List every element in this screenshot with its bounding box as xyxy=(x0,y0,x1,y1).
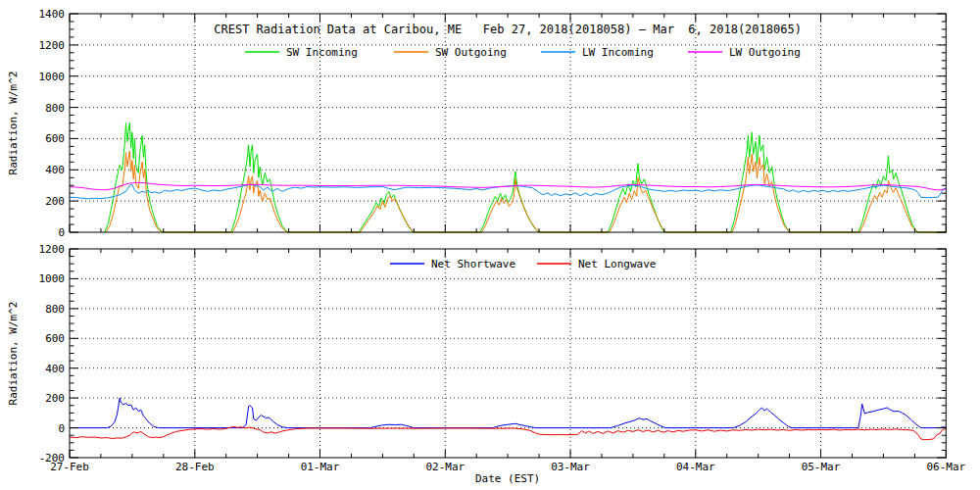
y-tick-label: 600 xyxy=(45,132,65,145)
y-tick-label: 400 xyxy=(45,363,65,375)
legend-label-lw-outgoing: LW Outgoing xyxy=(729,46,801,59)
y-tick-label: 600 xyxy=(45,332,65,345)
x-tick-label: 01-Mar xyxy=(301,461,340,473)
y-tick-label: 1000 xyxy=(39,71,66,83)
legend-label-lw-incoming: LW Incoming xyxy=(582,46,654,59)
panel-border xyxy=(70,249,946,458)
y-tick-label: 1000 xyxy=(39,272,66,285)
legend-label-sw-outgoing: SW Outgoing xyxy=(435,46,507,59)
chart-svg: 0200400600800100012001400Radiation, W/m^… xyxy=(0,0,980,490)
y-tick-label: 200 xyxy=(45,392,65,405)
y-tick-label: 0 xyxy=(58,422,65,435)
radiation-figure: 0200400600800100012001400Radiation, W/m^… xyxy=(0,0,980,490)
x-tick-label: 03-Mar xyxy=(551,461,590,473)
legend-label-sw-incoming: SW Incoming xyxy=(286,46,358,59)
y-axis-label: Radiation, W/m^2 xyxy=(7,72,20,175)
chart-title: CREST Radiation Data at Caribou, ME Feb … xyxy=(214,23,802,36)
y-tick-label: 1200 xyxy=(39,39,66,52)
series-sw-outgoing xyxy=(106,151,946,232)
series-net-longwave xyxy=(70,426,946,439)
x-axis-label: Date (EST) xyxy=(475,472,540,485)
series-sw-incoming xyxy=(105,123,947,233)
legend-label-net-longwave: Net Longwave xyxy=(578,258,656,270)
panel-border xyxy=(70,14,946,232)
x-tick-label: 06-Mar xyxy=(926,461,965,473)
x-tick-label: 27-Feb xyxy=(50,461,89,473)
y-tick-label: 1400 xyxy=(39,8,66,21)
y-tick-label: 0 xyxy=(58,226,65,239)
y-tick-label: 800 xyxy=(45,102,65,115)
x-tick-label: 04-Mar xyxy=(676,461,715,473)
x-tick-label: 05-Mar xyxy=(802,461,841,473)
y-axis-label: Radiation, W/m^2 xyxy=(7,302,20,406)
x-tick-label: 28-Feb xyxy=(175,461,215,473)
y-tick-label: 800 xyxy=(45,303,65,316)
series-lw-outgoing xyxy=(70,182,946,190)
y-tick-label: 200 xyxy=(45,195,65,208)
legend-label-net-shortwave: Net Shortwave xyxy=(431,258,515,270)
net-radiation-panel: -20002004006008001000120027-Feb28-Feb01-… xyxy=(7,243,966,485)
y-tick-label: 1200 xyxy=(39,243,66,256)
radiation-components-panel: 0200400600800100012001400Radiation, W/m^… xyxy=(7,8,946,239)
y-tick-label: 400 xyxy=(45,164,65,176)
x-tick-label: 02-Mar xyxy=(425,461,465,473)
series-net-shortwave xyxy=(70,398,946,428)
